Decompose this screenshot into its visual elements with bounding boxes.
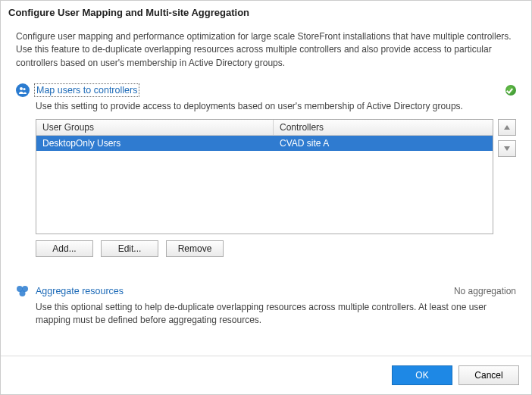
aggregate-head: Aggregate resources No aggregation bbox=[16, 284, 516, 298]
cancel-button[interactable]: Cancel bbox=[458, 365, 519, 385]
edit-button[interactable]: Edit... bbox=[101, 240, 158, 257]
mapping-button-row: Add... Edit... Remove bbox=[36, 240, 516, 257]
svg-point-0 bbox=[20, 87, 23, 90]
move-down-button[interactable] bbox=[498, 140, 516, 157]
table-header: User Groups Controllers bbox=[36, 120, 493, 136]
mapping-table-area: User Groups Controllers DesktopOnly User… bbox=[36, 119, 516, 234]
aggregate-link[interactable]: Aggregate resources bbox=[36, 286, 124, 296]
add-button[interactable]: Add... bbox=[36, 240, 93, 257]
dialog-title: Configure User Mapping and Multi-site Ag… bbox=[1, 1, 531, 23]
move-up-button[interactable] bbox=[498, 119, 516, 136]
map-users-link[interactable]: Map users to controllers bbox=[36, 85, 138, 96]
col-controllers[interactable]: Controllers bbox=[274, 120, 493, 135]
remove-button[interactable]: Remove bbox=[166, 240, 224, 257]
aggregate-section: Aggregate resources No aggregation Use t… bbox=[16, 284, 516, 327]
cell-controller: CVAD site A bbox=[274, 136, 493, 151]
aggregate-status: No aggregation bbox=[454, 286, 516, 296]
svg-point-4 bbox=[20, 290, 26, 296]
map-users-head: Map users to controllers bbox=[16, 83, 516, 97]
cell-group: DesktopOnly Users bbox=[36, 136, 274, 151]
people-icon bbox=[16, 83, 30, 97]
ok-button[interactable]: OK bbox=[392, 365, 452, 385]
check-icon bbox=[505, 85, 516, 96]
aggregate-icon bbox=[16, 284, 30, 298]
mapping-table[interactable]: User Groups Controllers DesktopOnly User… bbox=[36, 119, 493, 234]
dialog-content: Configure user mapping and performance o… bbox=[1, 23, 531, 356]
table-row[interactable]: DesktopOnly Users CVAD site A bbox=[36, 136, 493, 151]
table-body: DesktopOnly Users CVAD site A bbox=[36, 136, 493, 234]
map-users-section: Map users to controllers Use this settin… bbox=[16, 83, 516, 257]
col-user-groups[interactable]: User Groups bbox=[36, 120, 274, 135]
intro-text: Configure user mapping and performance o… bbox=[16, 30, 516, 70]
reorder-buttons bbox=[498, 119, 516, 234]
dialog-footer: OK Cancel bbox=[1, 356, 531, 394]
svg-point-1 bbox=[23, 88, 25, 90]
dialog-window: Configure User Mapping and Multi-site Ag… bbox=[0, 0, 532, 395]
map-users-sub: Use this setting to provide access to de… bbox=[36, 100, 516, 113]
aggregate-sub: Use this optional setting to help de-dup… bbox=[36, 301, 516, 327]
